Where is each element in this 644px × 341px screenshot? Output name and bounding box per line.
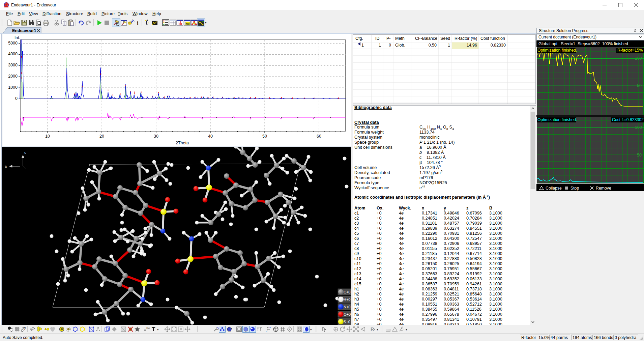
svg-text:c: c (24, 150, 26, 154)
svg-text:C+0: C+0 (344, 290, 351, 294)
svg-text:c: c (266, 330, 267, 333)
svg-text:hkl: hkl (186, 22, 189, 25)
svg-text:N+0: N+0 (344, 305, 351, 309)
svg-text:T: T (152, 326, 155, 333)
svg-text:S+0: S+0 (344, 320, 350, 324)
svg-text:Fe: Fe (146, 326, 150, 330)
svg-text:?: ? (24, 326, 26, 331)
svg-text:100: 100 (635, 125, 642, 130)
svg-text:O+0: O+0 (344, 312, 351, 316)
svg-text:i: i (137, 20, 139, 26)
svg-text:50: 50 (637, 83, 642, 88)
svg-text:H+0: H+0 (344, 297, 351, 302)
svg-text:a: a (5, 164, 7, 168)
svg-text:a: a (269, 326, 271, 329)
svg-text:100: 100 (635, 56, 642, 61)
svg-text:50: 50 (637, 153, 642, 158)
svg-text:R: R (371, 326, 374, 332)
